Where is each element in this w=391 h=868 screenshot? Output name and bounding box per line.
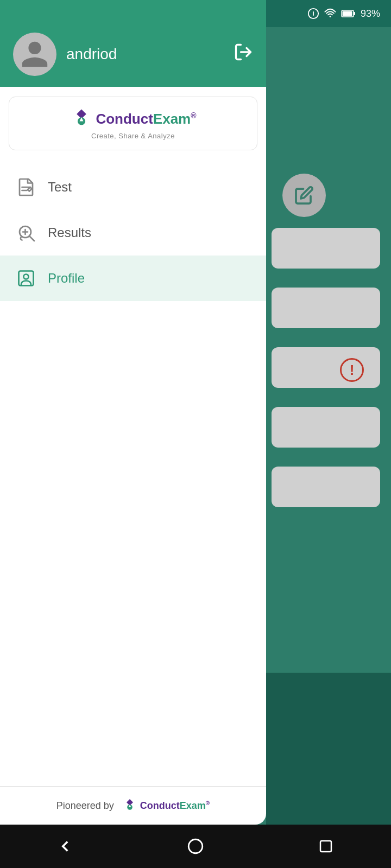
bg-bottom-bar	[266, 673, 391, 825]
results-icon	[15, 222, 37, 244]
logo-text: ConductExam®	[96, 111, 196, 127]
warning-icon: !	[340, 358, 364, 382]
logo-tagline: Create, Share & Analyze	[91, 132, 175, 140]
svg-rect-5	[342, 11, 352, 16]
navigation-drawer: andriod ConductExam®	[0, 0, 266, 825]
profile-icon	[15, 267, 37, 289]
footer-logo-icon	[122, 797, 138, 814]
nav-item-results[interactable]: Results	[0, 210, 266, 256]
results-label: Results	[48, 225, 91, 240]
logo: ConductExam® Create, Share & Analyze	[70, 107, 196, 140]
bg-card-4	[272, 407, 380, 448]
svg-point-21	[188, 839, 203, 853]
battery-percentage: 93%	[361, 8, 380, 20]
svg-rect-22	[320, 841, 331, 852]
home-button[interactable]	[179, 830, 212, 863]
status-icons: 93%	[307, 8, 380, 20]
footer-logo: ConductExam®	[122, 797, 210, 814]
nav-item-profile[interactable]: Profile	[0, 256, 266, 301]
footer-logo-text: ConductExam®	[140, 800, 210, 812]
username-label: andriod	[66, 46, 117, 63]
test-label: Test	[48, 180, 72, 195]
android-nav-bar	[0, 825, 391, 868]
drawer-header: andriod	[0, 0, 266, 87]
back-button[interactable]	[49, 830, 81, 863]
bg-card-2	[272, 288, 380, 328]
test-icon	[15, 176, 37, 198]
bg-card-5	[272, 467, 380, 507]
profile-label: Profile	[48, 271, 85, 286]
avatar-icon	[19, 39, 51, 70]
svg-point-17	[24, 275, 29, 279]
edit-fab[interactable]	[282, 174, 326, 217]
logout-button[interactable]	[234, 42, 253, 66]
wifi-icon	[324, 8, 337, 20]
logo-box: ConductExam® Create, Share & Analyze	[9, 97, 257, 150]
avatar	[13, 33, 56, 76]
pioneered-by-label: Pioneered by	[56, 800, 114, 812]
bg-card-1	[272, 228, 380, 269]
svg-point-2	[330, 16, 331, 17]
conductexam-logo-icon	[70, 107, 93, 131]
recent-apps-button[interactable]	[310, 830, 342, 863]
nav-item-test[interactable]: Test	[0, 164, 266, 210]
svg-rect-4	[354, 12, 355, 15]
drawer-footer: Pioneered by ConductExam®	[0, 786, 266, 825]
svg-marker-18	[127, 799, 133, 806]
bg-card-3	[272, 347, 380, 388]
user-info: andriod	[13, 33, 117, 76]
volume-icon	[307, 8, 319, 20]
battery-icon	[341, 8, 356, 20]
svg-line-13	[30, 237, 34, 241]
nav-list: Test Results	[0, 160, 266, 786]
